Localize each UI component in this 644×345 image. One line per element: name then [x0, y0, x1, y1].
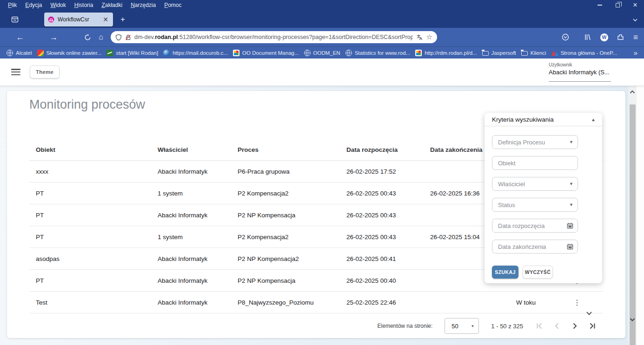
- firefox-navbar: ← → ⌂ dm-dev.rodan.pl:51280/workflow-csr…: [0, 28, 644, 46]
- first-page-button[interactable]: [535, 322, 544, 330]
- process-definition-select[interactable]: Definicja Procesu▼: [492, 135, 578, 149]
- cell-proces: P2 NP Kompensacja: [231, 212, 340, 219]
- home-button[interactable]: ⌂: [96, 33, 106, 42]
- url-domain: rodan.pl: [155, 34, 178, 40]
- url-bar[interactable]: dm-dev.rodan.pl:51280/workflow-csr/brows…: [111, 31, 437, 43]
- theme-button[interactable]: Theme: [30, 65, 60, 78]
- menu-narzedzia[interactable]: Narzędzia: [126, 1, 160, 9]
- cell-start: 26-02-2025 00:43: [340, 190, 424, 197]
- url-text: dm-dev.rodan.pl:51280/workflow-csr/brows…: [134, 34, 413, 40]
- column-header-proces[interactable]: Proces: [231, 146, 340, 153]
- bookmark-alcatel[interactable]: Alcatel: [7, 50, 32, 56]
- close-button[interactable]: ×: [626, 0, 644, 10]
- menu-historia[interactable]: Historia: [70, 1, 98, 9]
- bookmark-star-icon[interactable]: ☆: [426, 33, 432, 41]
- column-header-data-rozpoczecia[interactable]: Data rozpoczęcia: [340, 146, 424, 153]
- forward-button[interactable]: →: [48, 33, 59, 42]
- owner-select[interactable]: Właściciel▼: [492, 177, 578, 191]
- library-button[interactable]: [583, 33, 592, 42]
- cell-start: 25-02-2025 22:46: [340, 299, 424, 306]
- user-select[interactable]: Użytkownik Abacki Informatyk (S...▼: [549, 62, 611, 82]
- w-extension-button[interactable]: W: [599, 32, 609, 42]
- shield-icon[interactable]: [115, 34, 122, 41]
- page-size-select[interactable]: 50 ▼: [445, 318, 479, 334]
- app-menu-button[interactable]: ≡: [631, 33, 641, 42]
- previous-page-button[interactable]: [553, 322, 561, 330]
- cell-obiekt: PT: [29, 190, 151, 197]
- end-date-input[interactable]: Data zakończenia: [492, 240, 578, 254]
- cell-proces: P8_Najwyzszego_Poziomu: [231, 299, 340, 306]
- next-page-button[interactable]: [571, 322, 579, 330]
- scroll-down-icon[interactable]: [629, 317, 636, 322]
- calendar-icon[interactable]: [567, 243, 573, 250]
- back-icon: ←: [16, 33, 24, 41]
- bookmark-onep[interactable]: Strona główna - OneP...: [551, 50, 617, 56]
- bookmark-mail-docurob[interactable]: https://mail.docurob.c...: [163, 50, 228, 56]
- firefox-tabstrip: WorkflowCsr ✕ +: [0, 10, 644, 28]
- translate-icon[interactable]: 文 A: [416, 34, 423, 40]
- cell-wlasciciel: Abacki Informatyk: [151, 212, 231, 219]
- extension-button[interactable]: [616, 33, 625, 42]
- minimize-button[interactable]: [591, 0, 609, 10]
- cell-start: 26-02-2025 00:41: [340, 255, 424, 262]
- column-header-data-zakonczenia[interactable]: Data zakończenia: [424, 146, 489, 153]
- bookmark-oo-document[interactable]: OO Document Manag...: [233, 50, 299, 56]
- column-header-obiekt[interactable]: Obiekt: [29, 146, 151, 153]
- bookmark-wiki-rodan[interactable]: start [Wiki Rodan]: [106, 50, 158, 56]
- caret-down-icon: ▼: [569, 182, 573, 186]
- caret-down-icon: ▼: [471, 324, 474, 328]
- collapse-up-icon[interactable]: ▲: [591, 117, 596, 122]
- bookmark-rdm-rodan[interactable]: http://rdm.rodan.pl/d...: [415, 50, 477, 56]
- tab-close-icon[interactable]: ✕: [102, 16, 109, 23]
- restore-button[interactable]: [609, 0, 626, 10]
- clear-button[interactable]: WYCZYŚĆ: [523, 266, 553, 279]
- bookmark-folder-klienci[interactable]: Klienci: [521, 50, 546, 56]
- column-header-wlasciciel[interactable]: Właściciel: [151, 146, 231, 153]
- insecure-lock-icon[interactable]: [125, 34, 131, 41]
- cell-obiekt: PT: [29, 277, 151, 284]
- reload-button[interactable]: [83, 33, 92, 41]
- search-button[interactable]: SZUKAJ: [492, 266, 518, 279]
- caret-down-icon: ▼: [611, 70, 611, 74]
- app-menu-toggle[interactable]: [11, 69, 20, 75]
- bookmark-statistics[interactable]: Statistics for www.rod...: [345, 50, 411, 56]
- grid-favicon-icon: [233, 50, 239, 56]
- object-input[interactable]: Obiekt: [492, 156, 578, 170]
- reload-icon: [84, 34, 91, 41]
- last-page-button[interactable]: [588, 322, 597, 330]
- row-menu-kebab-icon[interactable]: ⋮: [573, 299, 581, 306]
- bookmarks-overflow-button[interactable]: »: [634, 49, 637, 57]
- wiki-favicon-icon: [106, 50, 113, 56]
- tab-manager-button[interactable]: [9, 14, 20, 25]
- table-row[interactable]: Test Abacki Informatyk P8_Najwyzszego_Po…: [29, 292, 603, 313]
- calendar-icon[interactable]: [567, 222, 573, 229]
- cell-wlasciciel: 1 system: [151, 190, 231, 197]
- cell-obiekt: Test: [29, 299, 151, 306]
- start-date-input[interactable]: Data rozpoczęcia: [492, 219, 578, 233]
- bookmark-folder-jaspersoft[interactable]: Jaspersoft: [482, 50, 516, 56]
- page-scrollbar[interactable]: [628, 86, 637, 345]
- menu-widok[interactable]: Widok: [46, 1, 70, 9]
- back-button[interactable]: ←: [15, 33, 25, 42]
- tab-title: WorkflowCsr: [58, 16, 102, 23]
- hamburger-icon: ≡: [633, 33, 638, 41]
- bookmark-slownik[interactable]: Słownik online zawier...: [37, 50, 102, 56]
- menu-plik[interactable]: Plik: [4, 1, 21, 9]
- status-select[interactable]: Status▼: [492, 198, 578, 212]
- search-panel-header[interactable]: Kryteria wyszukiwania ▲: [485, 113, 602, 126]
- new-tab-button[interactable]: +: [117, 14, 128, 25]
- scroll-up-icon[interactable]: [629, 90, 636, 95]
- cell-end: 26-02-2025 15:04: [424, 234, 489, 241]
- table-scroll-down-button[interactable]: [585, 311, 593, 316]
- bookmark-oodm-en[interactable]: OODM_EN: [304, 50, 340, 56]
- menu-zakladki[interactable]: Zakładki: [97, 1, 126, 9]
- menu-edycja[interactable]: Edycja: [21, 1, 46, 9]
- scrollbar-thumb[interactable]: [630, 104, 636, 345]
- pocket-button[interactable]: [561, 33, 570, 42]
- cell-wlasciciel: Abacki Informatyk: [151, 255, 231, 262]
- tab-workflowcsr[interactable]: WorkflowCsr ✕: [44, 13, 113, 26]
- all-tabs-button[interactable]: [631, 16, 639, 24]
- menu-pomoc[interactable]: Pomoc: [160, 1, 186, 9]
- folder-icon: [521, 51, 528, 56]
- globe-icon: [304, 50, 311, 56]
